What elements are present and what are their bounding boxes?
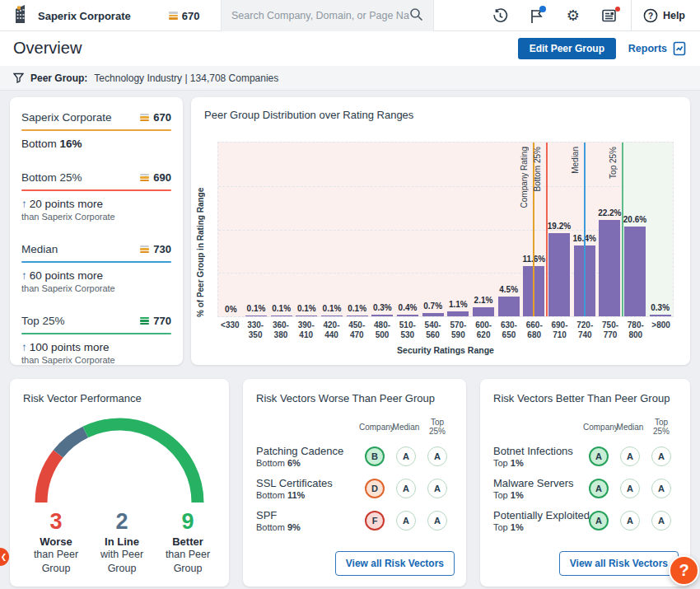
filter-funnel-icon	[13, 72, 24, 83]
page-title: Overview	[13, 39, 82, 58]
bar-slot: 19.2%	[547, 143, 572, 316]
grade-badge: A	[651, 446, 671, 466]
x-tick-label: 660-680	[521, 320, 547, 339]
edge-collapse-button[interactable]: ❮	[0, 548, 9, 566]
distribution-bar	[624, 227, 646, 316]
stat-secondary-text: than Saperix Corporate	[21, 212, 171, 222]
bar-value-label: 0.1%	[247, 304, 266, 313]
x-tick-label: 750-770	[598, 320, 623, 339]
view-all-risk-vectors-button[interactable]: View all Risk Vectors	[335, 551, 455, 576]
distribution-bar	[498, 297, 520, 316]
stat-name: Saperix Corporate	[21, 111, 112, 124]
stat-rating-chip: 730	[140, 243, 171, 255]
stat-underline	[21, 189, 171, 191]
bar-slot: 1.1%	[446, 143, 471, 316]
top-nav-bar: Saperix Corporate 670 ▼ ⚙	[0, 0, 700, 31]
grade-badge: A	[651, 479, 671, 498]
stat-secondary-text: than Saperix Corporate	[21, 355, 171, 365]
grade-badge: A	[427, 446, 447, 466]
global-search	[221, 0, 434, 31]
whats-new-icon[interactable]	[591, 0, 628, 31]
gear-icon[interactable]: ⚙	[555, 0, 591, 31]
bar-value-label: 0.1%	[348, 304, 366, 313]
x-tick-label: 330-350	[243, 320, 268, 339]
building-logo-icon	[12, 3, 30, 28]
svg-text:?: ?	[648, 12, 653, 21]
help-menu[interactable]: ? Help	[632, 0, 700, 31]
x-tick-label: 450-470	[344, 320, 370, 339]
bar-slot: 0.7%	[420, 143, 446, 316]
stat-secondary-text: than Saperix Corporate	[21, 283, 171, 293]
arrow-up-icon: ↑	[21, 269, 27, 282]
bar-slot: 0.1%	[244, 143, 269, 316]
support-help-button[interactable]: ?	[669, 555, 699, 586]
search-input[interactable]	[231, 10, 409, 21]
bar-value-label: 1.1%	[449, 300, 468, 309]
peer-group-value: Technology Industry | 134,708 Companies	[94, 72, 278, 84]
gauge-segment	[41, 454, 58, 503]
risk-columns-header: CompanyMedianTop 25%	[256, 418, 453, 436]
stat-description: ↑20 points more	[21, 198, 171, 210]
risk-vector-percentile: Top 1%	[493, 458, 583, 468]
stat-rating-value: 690	[153, 171, 171, 184]
search-icon[interactable]	[409, 7, 423, 25]
risk-vector-name: Patching Cadence	[256, 445, 359, 457]
gauge-count: 3	[23, 510, 89, 535]
stat-description: ↑100 points more	[21, 341, 171, 353]
grade-cell: A	[422, 446, 453, 466]
bar-value-label: 22.2%	[598, 208, 621, 217]
risk-vector-name: SPF	[256, 509, 359, 521]
grade-badge: A	[396, 511, 416, 531]
x-tick-label: 720-740	[572, 320, 598, 339]
grade-cell: A	[583, 446, 614, 466]
history-icon[interactable]	[483, 0, 519, 31]
grade-cell: A	[646, 511, 677, 531]
flag-icon[interactable]	[519, 0, 555, 31]
risk-vector-info: Patching CadenceBottom 6%	[256, 445, 359, 468]
chart-title: Peer Group Distribution over Rating Rang…	[204, 109, 413, 121]
rating-bars-icon	[140, 317, 149, 325]
view-all-risk-vectors-button[interactable]: View all Risk Vectors	[559, 551, 679, 576]
x-tick-label: <330	[217, 320, 243, 330]
risk-vector-row: Malware ServersTop 1%AAA	[493, 477, 677, 500]
arrow-up-icon: ↑	[21, 341, 27, 353]
risk-card-title: Risk Vectors Better Than Peer Group	[493, 392, 677, 404]
chart-y-axis-label: % of Peer Group in Rating Range	[196, 142, 205, 317]
reports-link[interactable]: Reports	[628, 38, 687, 59]
gauge-label: Better	[155, 535, 221, 548]
ref-line-label: Median	[571, 147, 580, 174]
bar-value-label: 0.1%	[272, 304, 291, 313]
edit-peer-group-button[interactable]: Edit Peer Group	[518, 38, 616, 59]
grade-cell: A	[422, 511, 453, 531]
risk-vector-percentile: Bottom 9%	[256, 522, 359, 532]
gauge-legend: 3Worsethan Peer Group2In Linewith Peer G…	[23, 510, 216, 575]
column-header: Top 25%	[646, 418, 677, 436]
bar-value-label: 0.1%	[323, 304, 342, 313]
company-rating-chip: 670	[169, 10, 200, 22]
rating-bars-icon	[140, 174, 149, 182]
risk-vector-performance-card: Risk Vector Performance 3Worsethan Peer …	[10, 379, 229, 587]
distribution-bar	[422, 313, 444, 316]
bar-value-label: 0.1%	[297, 304, 316, 313]
bar-slot: 20.6%	[623, 143, 648, 316]
grade-badge: A	[620, 511, 640, 531]
stat-block: Top 25%770↑100 points morethan Saperix C…	[21, 315, 171, 365]
x-tick-label: 540-560	[420, 320, 446, 339]
distribution-bar	[347, 316, 368, 316]
bar-slot: 0.1%	[320, 143, 345, 316]
stat-name-row: Top 25%770	[21, 315, 171, 327]
gauge-count: 9	[155, 510, 221, 535]
stat-rating-chip: 770	[140, 315, 171, 327]
company-switcher[interactable]: Saperix Corporate 670 ▼	[12, 0, 227, 31]
risk-vector-info: SSL CertificatesBottom 11%	[256, 477, 359, 500]
distribution-bar	[397, 315, 418, 316]
grade-badge: B	[365, 446, 385, 466]
bar-slot: 2.1%	[471, 143, 497, 316]
risk-vector-info: Potentially ExploitedTop 1%	[493, 509, 583, 532]
x-tick-label: 630-650	[497, 320, 522, 339]
grade-cell: A	[614, 511, 646, 531]
risk-vectors-worse-card: Risk Vectors Worse Than Peer GroupCompan…	[243, 379, 466, 587]
ref-line-median	[584, 143, 586, 316]
stat-rating-value: 730	[153, 243, 171, 255]
grade-badge: A	[396, 479, 416, 498]
